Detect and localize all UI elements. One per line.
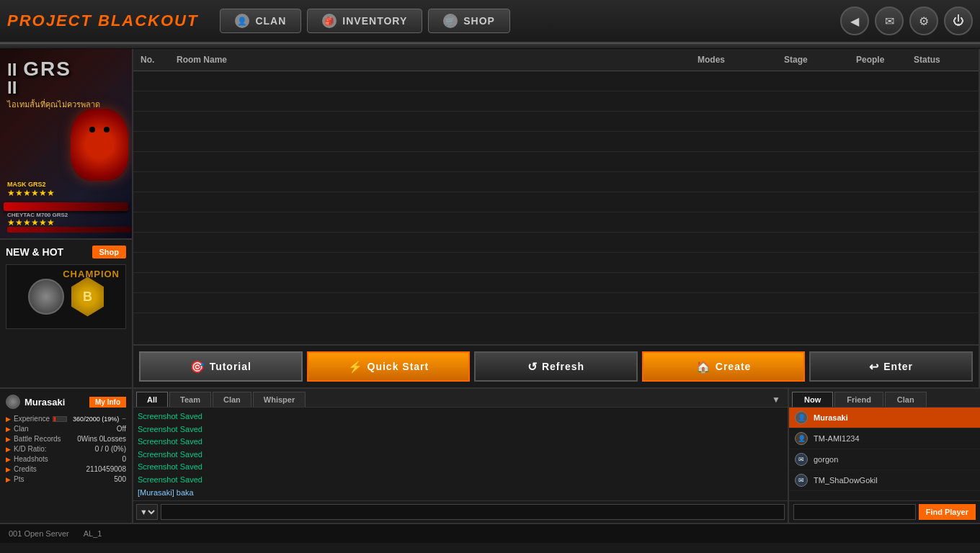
credits-arrow: ▶ [6, 466, 11, 473]
table-row[interactable] [133, 152, 979, 172]
clan-tab-icon: 👤 [235, 14, 249, 28]
list-item[interactable]: ✉ TM_ShaDowGokil [789, 470, 980, 491]
pts-label: Pts [14, 475, 111, 483]
table-row[interactable] [133, 212, 979, 233]
table-row[interactable] [133, 132, 979, 152]
table-row[interactable] [133, 71, 979, 91]
exp-minus-btn[interactable]: − [122, 415, 126, 423]
inventory-tab-label: INVENTORY [342, 15, 407, 27]
online-tab-now[interactable]: Now [792, 392, 833, 407]
rifle-stars: ★★★★★★ [7, 215, 55, 228]
exp-bar [53, 416, 67, 422]
table-row[interactable] [133, 192, 979, 212]
back-button[interactable]: ◀ [840, 6, 869, 35]
champion-label: CHAMPION [63, 269, 120, 279]
room-list-footer: 🎯 Tutorial ⚡ Quick Start ↺ Refresh 🏠 Cre… [133, 344, 979, 387]
chat-tabs: All Team Clan Whisper ▼ [133, 389, 788, 408]
my-info-button[interactable]: My Info [89, 397, 126, 408]
find-player-input[interactable] [793, 504, 916, 520]
table-row[interactable] [133, 112, 979, 132]
chat-message-player: [Murasaki] baka [138, 487, 783, 500]
clan-label: Clan [14, 425, 114, 433]
chat-input-field[interactable] [161, 504, 785, 520]
list-item[interactable]: 👤 TM-AMI1234 [789, 428, 980, 449]
chat-tab-all[interactable]: All [136, 392, 168, 407]
enter-label: Enter [883, 361, 913, 372]
credits-row: ▶ Credits 2110459008 [6, 465, 126, 473]
chat-messages: Screenshot Saved Screenshot Saved Screen… [133, 408, 788, 500]
chat-tab-arrow[interactable]: ▼ [767, 395, 785, 405]
tab-shop[interactable]: 🛒 SHOP [428, 9, 510, 33]
banner-area: II GRS II ไอเทมลั้นที่คุณไม่ควรพลาด MASK… [0, 49, 132, 240]
chat-tab-whisper[interactable]: Whisper [253, 392, 306, 407]
champion-badges: B [28, 277, 104, 317]
tab-clan[interactable]: 👤 CLAN [220, 9, 301, 33]
nav-tabs: 👤 CLAN 🎒 INVENTORY 🛒 SHOP [220, 9, 509, 33]
chat-channel-select[interactable]: ▼ [136, 504, 158, 520]
banner-text: II GRS II ไอเทมลั้นที่คุณไม่ควรพลาด [7, 56, 125, 111]
online-player-list: 👤 Murasaki 👤 TM-AMI1234 ✉ gorgon ✉ TM_Sh… [789, 408, 980, 500]
separator [0, 43, 980, 49]
headshots-arrow: ▶ [6, 456, 11, 463]
online-panel: Now Friend Clan 👤 Murasaki 👤 TM-AMI1234 … [789, 389, 980, 523]
create-button[interactable]: 🏠 Create [642, 351, 806, 382]
player-avatar-icon: 👤 [795, 432, 808, 445]
new-hot-section: NEW & HOT Shop CHAMPION B [0, 240, 132, 387]
center-panel: No. Room Name Modes Stage People Status … [133, 49, 980, 387]
table-row[interactable] [133, 91, 979, 112]
chat-tab-team[interactable]: Team [169, 392, 211, 407]
enter-button[interactable]: ↩ Enter [809, 351, 973, 382]
player-list-name: Murasaki [814, 413, 974, 422]
tutorial-button[interactable]: 🎯 Tutorial [139, 351, 303, 382]
clan-arrow: ▶ [6, 426, 11, 433]
clan-tab-label: CLAN [255, 15, 286, 27]
list-item[interactable]: 👤 Murasaki [789, 408, 980, 428]
table-row[interactable] [133, 293, 979, 313]
chat-message: Screenshot Saved [138, 423, 783, 436]
chat-message: Screenshot Saved [138, 474, 783, 487]
table-row[interactable] [133, 172, 979, 192]
player-list-name: gorgon [814, 455, 974, 464]
chat-input-row: ▼ [133, 500, 788, 523]
chat-tab-clan[interactable]: Clan [213, 392, 251, 407]
shop-button[interactable]: Shop [92, 246, 127, 258]
mail-button[interactable]: ✉ [875, 6, 904, 35]
table-row[interactable] [133, 253, 979, 273]
player-header: Murasaki My Info [6, 395, 126, 409]
quickstart-icon: ⚡ [348, 360, 363, 374]
find-player-button[interactable]: Find Player [919, 504, 976, 520]
clan-value: Off [117, 425, 126, 433]
server-status: 001 Open Server [9, 529, 69, 538]
online-tabs: Now Friend Clan [789, 389, 980, 408]
credits-value: 2110459008 [86, 465, 126, 473]
refresh-icon: ↺ [527, 360, 538, 374]
chat-panel: All Team Clan Whisper ▼ Screenshot Saved… [133, 389, 789, 523]
exp-label: Experience [14, 415, 50, 423]
player-avatar [6, 395, 20, 409]
tab-inventory[interactable]: 🎒 INVENTORY [307, 9, 422, 33]
enter-icon: ↩ [869, 360, 879, 374]
chat-message: Screenshot Saved [138, 461, 783, 474]
battle-label: Battle Records [14, 435, 74, 443]
mask-stars: ★★★★★★ [7, 186, 55, 199]
refresh-button[interactable]: ↺ Refresh [474, 351, 638, 382]
table-row[interactable] [133, 233, 979, 253]
champion-medal: B [71, 277, 104, 317]
quickstart-button[interactable]: ⚡ Quick Start [307, 351, 471, 382]
top-right-buttons: ◀ ✉ ⚙ ⏻ [840, 6, 973, 35]
headshots-value: 0 [122, 455, 126, 463]
tutorial-label: Tutorial [210, 361, 251, 372]
online-tab-clan[interactable]: Clan [885, 392, 927, 407]
status-bar: 001 Open Server AL_1 [0, 523, 980, 543]
player-info-panel: Murasaki My Info ▶ Experience 360/2000 (… [0, 389, 133, 523]
table-row[interactable] [133, 273, 979, 293]
online-tab-friend[interactable]: Friend [834, 392, 883, 407]
pts-value: 500 [114, 475, 126, 483]
power-button[interactable]: ⏻ [944, 6, 973, 35]
settings-button[interactable]: ⚙ [909, 6, 938, 35]
mask-image [67, 109, 132, 195]
list-item[interactable]: ✉ gorgon [789, 449, 980, 470]
new-hot-title: NEW & HOT [6, 246, 63, 258]
bottom-section: Murasaki My Info ▶ Experience 360/2000 (… [0, 387, 980, 523]
top-bar: PROJECT BLACKOUT 👤 CLAN 🎒 INVENTORY 🛒 SH… [0, 0, 980, 43]
